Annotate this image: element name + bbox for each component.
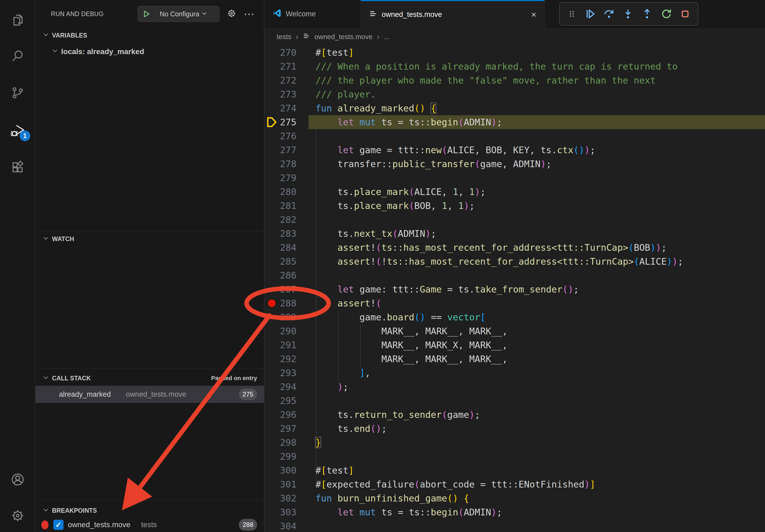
code-line-280[interactable]: 280ts.place_mark(ALICE, 1, 1);: [264, 185, 765, 199]
gutter[interactable]: [264, 324, 279, 338]
gutter[interactable]: [264, 505, 279, 519]
gutter[interactable]: [264, 477, 279, 491]
gutter[interactable]: [264, 338, 279, 352]
gutter[interactable]: [264, 408, 279, 421]
step-over-icon[interactable]: [603, 8, 615, 20]
gutter[interactable]: [264, 366, 279, 380]
code-editor[interactable]: 270#[test]271/// When a position is alre…: [264, 46, 765, 532]
tab-owned-tests-move[interactable]: owned_tests.move ×: [361, 0, 545, 28]
gutter[interactable]: [264, 157, 279, 171]
current-line-gutter[interactable]: [264, 115, 279, 129]
gutter[interactable]: [264, 435, 279, 449]
variables-section-header[interactable]: VARIABLES: [35, 30, 264, 41]
code-line-279[interactable]: 279: [264, 171, 765, 185]
gutter[interactable]: [264, 171, 279, 185]
code-line-275[interactable]: 275let mut ts = ts::begin(ADMIN);: [264, 115, 765, 129]
code-line-278[interactable]: 278transfer::public_transfer(game, ADMIN…: [264, 157, 765, 171]
breakpoints-section-header[interactable]: BREAKPOINTS: [35, 505, 264, 516]
debug-settings-gear-icon[interactable]: [227, 8, 237, 20]
gutter[interactable]: [264, 352, 279, 366]
code-line-300[interactable]: 300#[test]: [264, 463, 765, 477]
gutter[interactable]: [264, 449, 279, 463]
more-actions-icon[interactable]: ⋯: [244, 11, 254, 17]
code-line-301[interactable]: 301#[expected_failure(abort_code = ttt::…: [264, 477, 765, 491]
code-line-299[interactable]: 299: [264, 449, 765, 463]
gutter[interactable]: [264, 60, 279, 73]
gutter[interactable]: [264, 199, 279, 213]
code-line-287[interactable]: 287let game: ttt::Game = ts.take_from_se…: [264, 282, 765, 296]
code-line-281[interactable]: 281ts.place_mark(BOB, 1, 1);: [264, 199, 765, 213]
locals-scope-row[interactable]: locals: already_marked: [51, 47, 144, 56]
code-line-291[interactable]: 291MARK__, MARK_X, MARK__,: [264, 338, 765, 352]
continue-icon[interactable]: [584, 8, 596, 20]
gutter[interactable]: [264, 282, 279, 296]
breadcrumb-file[interactable]: owned_tests.move: [315, 33, 373, 41]
code-line-292[interactable]: 292MARK__, MARK__, MARK__,: [264, 352, 765, 366]
code-line-304[interactable]: 304: [264, 519, 765, 532]
code-line-273[interactable]: 273/// player.: [264, 87, 765, 101]
gutter[interactable]: [264, 380, 279, 394]
code-line-277[interactable]: 277let game = ttt::new(ALICE, BOB, KEY, …: [264, 143, 765, 157]
gutter[interactable]: [264, 227, 279, 241]
gutter[interactable]: [264, 254, 279, 268]
code-line-284[interactable]: 284assert!(ts::has_most_recent_for_addre…: [264, 241, 765, 254]
code-line-286[interactable]: 286: [264, 268, 765, 282]
gutter[interactable]: [264, 213, 279, 227]
step-into-icon[interactable]: [622, 8, 634, 20]
code-line-288[interactable]: 288assert!(: [264, 296, 765, 310]
gutter[interactable]: [264, 129, 279, 143]
breadcrumb-more[interactable]: ...: [384, 33, 390, 41]
start-debug-button[interactable]: [138, 6, 155, 22]
gutter[interactable]: [264, 268, 279, 282]
code-line-294[interactable]: 294);: [264, 380, 765, 394]
code-line-298[interactable]: 298}: [264, 435, 765, 449]
account-icon[interactable]: [0, 465, 35, 494]
gutter[interactable]: [264, 87, 279, 101]
gutter[interactable]: [264, 491, 279, 505]
tab-welcome[interactable]: Welcome: [264, 0, 361, 28]
gutter[interactable]: [264, 241, 279, 254]
code-line-293[interactable]: 293],: [264, 366, 765, 380]
code-line-289[interactable]: 289game.board() == vector[: [264, 310, 765, 324]
code-line-297[interactable]: 297ts.end();: [264, 421, 765, 435]
call-stack-frame-row[interactable]: already_marked owned_tests.move 275: [35, 386, 264, 403]
config-dropdown[interactable]: No Configura: [155, 10, 219, 18]
gutter[interactable]: [264, 310, 279, 324]
breakpoint-gutter[interactable]: [264, 296, 279, 310]
gutter[interactable]: [264, 394, 279, 408]
code-line-283[interactable]: 283ts.next_tx(ADMIN);: [264, 227, 765, 241]
code-line-290[interactable]: 290MARK__, MARK__, MARK__,: [264, 324, 765, 338]
breakpoint-dot[interactable]: [268, 300, 276, 307]
code-line-296[interactable]: 296ts.return_to_sender(game);: [264, 408, 765, 421]
breakpoint-checkbox[interactable]: ✓: [53, 520, 64, 530]
watch-section-header[interactable]: WATCH: [35, 233, 264, 245]
code-line-295[interactable]: 295: [264, 394, 765, 408]
gutter[interactable]: [264, 46, 279, 60]
run-and-debug-icon[interactable]: 1: [0, 116, 35, 145]
code-line-303[interactable]: 303let mut ts = ts::begin(ADMIN);: [264, 505, 765, 519]
close-icon[interactable]: ×: [531, 10, 536, 19]
gutter[interactable]: [264, 421, 279, 435]
search-icon[interactable]: [0, 41, 35, 71]
gutter[interactable]: [264, 463, 279, 477]
call-stack-section-header[interactable]: CALL STACK Paused on entry: [35, 372, 264, 384]
code-line-270[interactable]: 270#[test]: [264, 46, 765, 60]
code-line-302[interactable]: 302fun burn_unfinished_game() {: [264, 491, 765, 505]
breadcrumb-folder[interactable]: tests: [277, 33, 291, 41]
gutter[interactable]: [264, 143, 279, 157]
settings-gear-icon[interactable]: [0, 501, 35, 530]
drag-grip-icon[interactable]: [566, 9, 577, 19]
code-line-285[interactable]: 285assert!(!ts::has_most_recent_for_addr…: [264, 254, 765, 268]
code-line-271[interactable]: 271/// When a position is already marked…: [264, 60, 765, 73]
stop-icon[interactable]: [679, 8, 691, 20]
source-control-icon[interactable]: [0, 78, 35, 108]
gutter[interactable]: [264, 101, 279, 115]
explorer-icon[interactable]: [0, 5, 35, 35]
code-line-274[interactable]: 274fun already_marked() {: [264, 101, 765, 115]
code-line-276[interactable]: 276: [264, 129, 765, 143]
gutter[interactable]: [264, 185, 279, 199]
step-out-icon[interactable]: [641, 8, 653, 20]
breakpoint-list-item[interactable]: ✓ owned_tests.move tests 288: [35, 518, 264, 532]
extensions-icon[interactable]: [0, 152, 35, 182]
gutter[interactable]: [264, 519, 279, 532]
